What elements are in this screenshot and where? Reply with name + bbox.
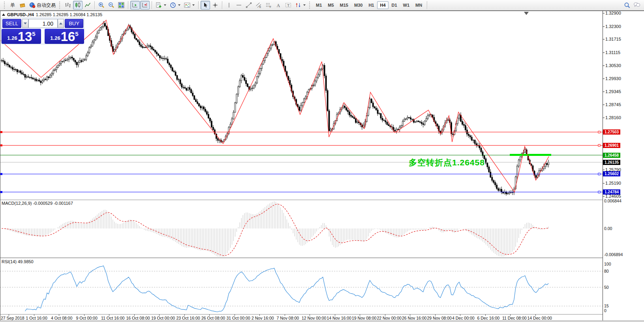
price-tick-label: 1.30530 [605,63,621,68]
rsi-label: RSI(14) 49.9850 [2,259,34,264]
macd-axis-label: -0.006894 [604,252,623,257]
auto-scroll-button[interactable] [130,1,140,9]
rsi-axis-label: 0 [604,308,606,313]
sell-price-big: 13 [18,31,32,43]
time-label: 22 Nov 00:00 [377,316,402,320]
crosshair-button[interactable] [210,1,220,9]
sell-price-box[interactable]: 1.26 13 5 [2,29,41,44]
zoom-in-button[interactable] [97,1,106,9]
toolbar-separator [222,1,222,9]
price-tick-label: 1.31715 [605,37,621,41]
candles-icon [75,2,81,8]
horizontal-line-button[interactable] [234,1,244,9]
price-tick [603,105,605,105]
collapse-triangle-icon[interactable] [2,13,5,16]
fibo-icon: F [265,2,272,8]
bar-chart-button[interactable] [63,1,73,9]
chevron-up-icon [59,22,62,24]
toolbar-separator [198,1,199,9]
toolbar-separator [94,1,95,9]
sell-price-sup: 5 [32,30,35,37]
rsi-pane-canvas[interactable] [0,258,603,314]
package-button[interactable] [18,1,27,9]
chart-shift-button[interactable] [140,1,150,9]
sell-price-prefix: 1.26 [7,35,17,41]
timeframe-H4-button[interactable]: H4 [377,1,388,9]
zoom-out-button[interactable] [107,1,116,9]
auto-trading-button[interactable]: 自动交易 [28,1,57,9]
time-label: 4 Oct 08:00 [51,316,72,320]
arrow-objects-button[interactable] [293,1,307,9]
new-order-label: 单 [10,2,15,9]
svg-text:T: T [287,4,290,7]
periods-icon [170,2,176,8]
indicators-list-button[interactable] [154,1,168,9]
time-axis[interactable]: 27 Sep 20181 Oct 16:004 Oct 08:009 Oct 0… [0,315,603,320]
price-tick-label: 1.28745 [605,102,621,107]
toolbar: 单自动交易EFATM1M5M15M30H1H4D1W1MN [0,0,644,11]
equidistant-channel-button[interactable]: E [254,1,263,9]
timeframe-M5-button[interactable]: M5 [325,1,336,9]
timeframe-H1-button[interactable]: H1 [366,1,377,9]
main-chart-canvas[interactable] [0,11,603,199]
sell-button[interactable]: SELL [2,19,21,28]
macd-pane-canvas[interactable] [0,200,603,257]
time-label: 11 Oct 16:00 [101,316,124,320]
timeframe-M15-button[interactable]: M15 [337,1,351,9]
chevron-down-icon [164,4,166,6]
label-icon: T [285,2,291,8]
vertical-line-button[interactable] [224,1,234,9]
search-button[interactable] [622,1,632,9]
price-tick-label: 1.32300 [605,24,621,29]
rsi-axis-label: 15 [604,303,609,308]
buy-price-box[interactable]: 1.26 16 5 [45,29,84,44]
candlestick-chart-button[interactable] [73,1,83,9]
timeframe-W1-button[interactable]: W1 [400,1,413,9]
fibonacci-button[interactable]: F [264,1,273,9]
timeframe-MN-button[interactable]: MN [413,1,425,9]
tline-icon [246,2,252,8]
arrows-icon [295,2,301,8]
new-order-button[interactable]: 单 [8,1,17,9]
buy-price-sup: 5 [75,30,78,37]
box-icon [19,2,26,8]
chat-button[interactable] [632,1,642,9]
macd-axis-label: 0.006844 [604,198,621,203]
volume-increase-button[interactable] [58,19,64,28]
periods-button[interactable] [168,1,182,9]
pivot-annotation[interactable]: 多空转折点1.26458 [409,157,485,168]
hline-icon [236,2,242,8]
text-button[interactable]: A [274,1,283,9]
symbol-header: GBPUSD-,H4 1.26285 1.26285 1.26084 1.261… [2,12,102,17]
trendline-button[interactable] [244,1,253,9]
timeframe-D1-button[interactable]: D1 [389,1,400,9]
price-tick [603,52,605,53]
rsi-axis-label: 50 [604,285,609,290]
auto-trading-label: 自动交易 [37,2,56,9]
vline-icon [226,2,232,8]
tile-windows-button[interactable] [116,1,126,9]
cursor-button[interactable] [201,1,210,9]
buy-button[interactable]: BUY [65,19,83,28]
timeframe-M30-button[interactable]: M30 [351,1,365,9]
line-chart-button[interactable] [83,1,92,9]
time-label: 1 Oct 16:00 [26,316,47,320]
templates-button[interactable] [182,1,196,9]
price-badge: 1.26901 [603,143,620,148]
toolbar-grip [309,2,311,9]
price-tick-label: 1.28160 [605,115,621,120]
macd-values: -0.000529 -0.001167 [33,201,73,206]
cursor-icon [202,2,208,8]
rsi-axis-label: 100 [604,262,611,266]
volume-input[interactable] [28,19,58,28]
autotrade-icon [29,2,36,8]
volume-decrease-button[interactable] [22,19,28,28]
ohlc-values: 1.26285 1.26285 1.26084 1.26135 [36,12,102,17]
text-label-button[interactable]: T [284,1,293,9]
crosshair-icon [212,2,218,8]
price-tick [603,118,605,118]
price-tick [603,39,605,39]
macd-signal-line [2,204,548,256]
timeframe-M1-button[interactable]: M1 [313,1,325,9]
toolbar-separator [128,1,128,9]
